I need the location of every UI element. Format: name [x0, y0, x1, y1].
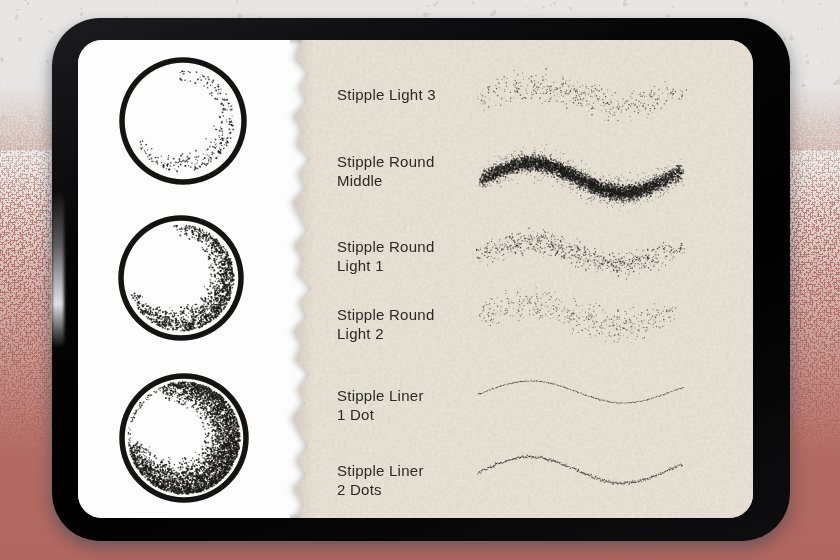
brush-label-stipple-round-light-2: Stipple Round Light 2 [337, 305, 467, 343]
brush-label-stipple-light-3: Stipple Light 3 [337, 85, 467, 104]
tablet-screen: Stipple Light 3 Stipple Round Middle Sti… [78, 40, 753, 518]
brush-label-stipple-liner-1-dot: Stipple Liner 1 Dot [337, 386, 467, 424]
brush-label-stipple-liner-2-dots: Stipple Liner 2 Dots [337, 461, 467, 499]
tablet-frame: Stipple Light 3 Stipple Round Middle Sti… [52, 18, 790, 541]
tablet-edge-highlight [52, 190, 64, 348]
backdrop: Stipple Light 3 Stipple Round Middle Sti… [0, 0, 840, 560]
stipple-artwork-canvas [78, 40, 753, 518]
brush-label-stipple-round-middle: Stipple Round Middle [337, 152, 467, 190]
brush-label-stipple-round-light-1: Stipple Round Light 1 [337, 237, 467, 275]
